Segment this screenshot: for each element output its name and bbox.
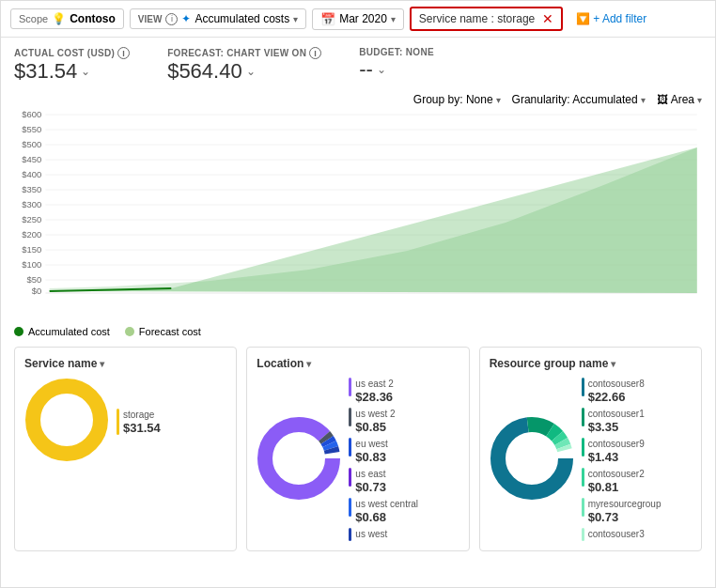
forecast-dot	[125, 327, 134, 336]
svg-text:$550: $550	[22, 125, 41, 134]
resource-group-body: contosouser8 $22.66 contosouser1 $3.35	[490, 378, 692, 541]
app-container: Scope 💡 Contoso VIEW i ✦ Accumulated cos…	[0, 0, 716, 588]
budget-kpi: BUDGET: NONE -- ⌄	[359, 47, 434, 82]
service-donut	[24, 378, 109, 465]
list-item: storage $31.54	[117, 409, 226, 435]
service-color-bar	[117, 409, 119, 435]
add-filter-label: + Add filter	[593, 12, 646, 25]
budget-label: BUDGET: NONE	[359, 47, 434, 57]
svg-text:$450: $450	[22, 155, 41, 164]
chart-controls: Group by: None ▾ Granularity: Accumulate…	[14, 93, 702, 106]
chevron-down-service: ▾	[100, 359, 104, 369]
service-name-title: Service name	[24, 357, 97, 370]
calendar-icon: 📅	[320, 12, 335, 26]
scope-label: Scope	[19, 13, 48, 24]
chevron-down-groupby: ▾	[496, 95, 501, 105]
groupby-control[interactable]: Group by: None ▾	[413, 93, 501, 106]
view-label: VIEW	[138, 14, 163, 24]
cards-row: Service name ▾ storage	[14, 347, 702, 551]
list-item: contosouser9 $1.43	[582, 438, 692, 464]
main-content: ACTUAL COST (USD) i $31.54 ⌄ FORECAST: C…	[1, 38, 715, 587]
svg-text:$300: $300	[22, 200, 41, 209]
chevron-down-granularity: ▾	[641, 95, 646, 105]
list-item: contosouser3	[582, 528, 692, 541]
list-item: eu west $0.83	[349, 438, 459, 464]
actual-cost-label: ACTUAL COST (USD) i	[14, 47, 130, 59]
service-name-card: Service name ▾ storage	[14, 347, 237, 551]
location-header[interactable]: Location ▾	[257, 357, 459, 370]
service-name-header[interactable]: Service name ▾	[24, 357, 226, 370]
list-item: us east $0.73	[349, 468, 459, 494]
add-filter-icon: 🔽	[576, 12, 590, 25]
legend-forecast: Forecast cost	[125, 326, 201, 337]
resource-group-donut	[490, 416, 574, 503]
forecast-value: $564.40 ⌄	[167, 59, 321, 84]
date-selector[interactable]: 📅 Mar 2020 ▾	[312, 8, 404, 30]
forecast-label: FORECAST: CHART VIEW ON i	[167, 47, 321, 59]
filter-tag[interactable]: Service name : storage ✕	[410, 7, 563, 31]
list-item: contosouser2 $0.81	[582, 468, 692, 494]
list-item: us east 2 $28.36	[349, 378, 459, 404]
location-title: Location	[257, 357, 304, 370]
location-card: Location ▾	[246, 347, 469, 551]
info-icon-actual[interactable]: i	[117, 47, 130, 59]
service-item-value: $31.54	[123, 421, 161, 435]
service-name-body: storage $31.54	[24, 378, 226, 465]
granularity-label: Granularity: Accumulated	[512, 93, 638, 106]
list-item: contosouser1 $3.35	[582, 408, 692, 434]
chart-legend: Accumulated cost Forecast cost	[14, 322, 702, 347]
kpi-row: ACTUAL COST (USD) i $31.54 ⌄ FORECAST: C…	[14, 47, 702, 84]
forecast-kpi: FORECAST: CHART VIEW ON i $564.40 ⌄	[167, 47, 321, 84]
granularity-control[interactable]: Granularity: Accumulated ▾	[512, 93, 646, 106]
toolbar: Scope 💡 Contoso VIEW i ✦ Accumulated cos…	[1, 1, 715, 38]
chart-svg: $600 $550 $500 $450 $400 $350 $300 $250 …	[14, 110, 702, 298]
chevron-down-icon-date: ▾	[391, 14, 396, 24]
filter-label: Service name : storage	[419, 12, 535, 25]
svg-text:$350: $350	[22, 185, 41, 194]
view-type-label: Area	[671, 93, 694, 106]
scope-icon: 💡	[52, 12, 66, 25]
svg-text:$250: $250	[22, 215, 41, 224]
info-icon-forecast[interactable]: i	[309, 47, 321, 59]
date-value: Mar 2020	[339, 12, 387, 25]
service-legend: storage $31.54	[117, 409, 226, 435]
chevron-down-view: ▾	[697, 95, 702, 105]
view-type-control[interactable]: 🖼 Area ▾	[657, 93, 702, 106]
chevron-down-budget: ⌄	[377, 63, 386, 76]
svg-text:$100: $100	[22, 260, 41, 270]
location-body: us east 2 $28.36 us west 2 $0.85	[257, 378, 459, 541]
svg-text:$600: $600	[22, 110, 41, 119]
list-item: us west	[349, 528, 459, 541]
forecast-legend-label: Forecast cost	[139, 326, 201, 337]
accumulated-legend-label: Accumulated cost	[28, 326, 110, 337]
close-icon[interactable]: ✕	[542, 11, 553, 26]
svg-text:$50: $50	[27, 275, 42, 285]
resource-group-legend: contosouser8 $22.66 contosouser1 $3.35	[582, 378, 692, 541]
svg-text:$200: $200	[22, 230, 41, 240]
resource-group-title: Resource group name	[490, 357, 609, 370]
chevron-down-icon: ▾	[293, 14, 298, 24]
svg-text:$0: $0	[32, 286, 41, 296]
view-selector[interactable]: VIEW i ✦ Accumulated costs ▾	[130, 8, 306, 29]
resource-group-header[interactable]: Resource group name ▾	[490, 357, 692, 370]
location-donut	[257, 416, 341, 503]
location-legend: us east 2 $28.36 us west 2 $0.85	[349, 378, 459, 541]
chevron-down-resource: ▾	[611, 359, 615, 369]
groupby-label: Group by: None	[413, 93, 493, 106]
add-filter-button[interactable]: 🔽 + Add filter	[568, 9, 654, 28]
legend-accumulated: Accumulated cost	[14, 326, 110, 337]
chevron-down-forecast: ⌄	[246, 65, 256, 78]
svg-text:$500: $500	[22, 140, 41, 149]
accumulated-dot	[14, 327, 23, 336]
list-item: contosouser8 $22.66	[582, 378, 692, 404]
area-chart: $600 $550 $500 $450 $400 $350 $300 $250 …	[14, 110, 702, 317]
list-item: us west 2 $0.85	[349, 408, 459, 434]
list-item: us west central $0.68	[349, 498, 459, 524]
svg-text:$150: $150	[22, 245, 41, 255]
resource-group-card: Resource group name ▾	[479, 347, 702, 551]
scope-selector[interactable]: Scope 💡 Contoso	[10, 8, 124, 29]
svg-point-38	[48, 401, 86, 439]
accumulated-area	[50, 147, 697, 293]
chevron-down-actual: ⌄	[81, 65, 90, 78]
budget-value: -- ⌄	[359, 57, 434, 82]
